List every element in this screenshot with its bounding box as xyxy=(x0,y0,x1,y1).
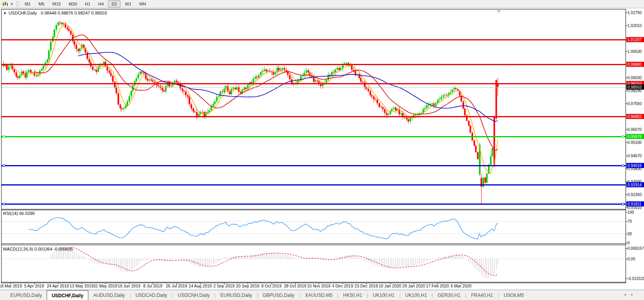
date-tick-label: 19 Jun 2019 xyxy=(118,284,140,288)
current-price-label: 0.98503 xyxy=(626,84,644,89)
chart-tab-usdcad-daily[interactable]: USDCAD,Daily xyxy=(131,290,172,300)
date-tick-label: 13 May 2019 xyxy=(70,284,94,288)
rsi-scale-label: 30 xyxy=(628,231,632,236)
date-tick-label: 8 Jul 2019 xyxy=(143,284,162,288)
line-price-label: 1.01207 xyxy=(626,37,644,42)
chart-type-dropdown-icon[interactable]: ▼ xyxy=(10,2,13,6)
tab-bar-corner xyxy=(0,290,5,300)
line-price-label: 0.95678 xyxy=(626,134,644,139)
rsi-scale-label: 70 xyxy=(628,219,632,224)
mt4-window: { "toolbar": { "timeframes": ["M1","M5",… xyxy=(0,0,644,300)
chart-tabs: EURUSD,DailyUSDCHF,DailyAUDUSD,Daily|USD… xyxy=(5,290,529,300)
chart-tab-uk100-h1[interactable]: UK100,H1 xyxy=(401,290,432,300)
date-tick-label: 28 Oct 2019 xyxy=(284,284,306,288)
chart-tab-audusd-daily[interactable]: AUDUSD,Daily xyxy=(88,290,130,300)
macd-scale-label: -0.011531 xyxy=(628,276,644,281)
tab-scroll-arrows[interactable]: ◂▸ xyxy=(624,293,639,296)
line-price-label: 0.91811 xyxy=(626,202,644,207)
timeframe-buttons: M1M5M15M30H1H4D1W1MN xyxy=(21,2,150,6)
date-tick-label: 6 Mar 2020 xyxy=(451,284,472,288)
timeframe-button-h1[interactable]: H1 xyxy=(81,0,94,7)
macd-indicator-label: MACD(12,26,9) 0.001364 -0.005635 xyxy=(3,247,73,251)
rsi-scale-label: 0 xyxy=(628,241,630,245)
chart-tab-eurusd-daily[interactable]: EURUSD,Daily xyxy=(5,290,47,300)
price-tick-label: 0.94570 xyxy=(628,154,642,158)
price-tick-label: 0.97550 xyxy=(628,102,642,106)
chart-tab-gbpusd-daily[interactable]: GBPUSD,Daily xyxy=(258,290,299,300)
tab-scroll-left-icon[interactable]: ◂ xyxy=(624,293,631,296)
rsi-indicator-label: RSI(14) 66.0286 xyxy=(3,211,35,216)
timeframe-button-m15[interactable]: M15 xyxy=(49,0,64,7)
line-price-label: 0.94016 xyxy=(626,163,644,168)
chart-tab-xauusd-m5[interactable]: XAUUSD,M5 xyxy=(300,290,337,300)
date-tick-label: 26 Jul 2019 xyxy=(166,284,187,288)
date-tick-label: 10 Jan 2020 xyxy=(379,284,401,288)
chart-title: ▼USDCHF,Daily0.98448 0.98876 0.98247 0.9… xyxy=(3,11,107,15)
timeframe-toolbar: ▼ M1M5M15M30H1H4D1W1MN xyxy=(0,0,644,8)
chart-tab-usoil-m5[interactable]: USOil,M5 xyxy=(499,290,528,300)
chart-tab-usdcnh-daily[interactable]: USDCNH,Daily xyxy=(173,290,214,300)
date-tick-label: 24 Apr 2019 xyxy=(47,284,69,288)
date-tick-label: 23 Dec 2019 xyxy=(355,284,378,288)
date-tick-label: 31 May 2019 xyxy=(93,284,117,288)
date-tick-label: 5 Apr 2019 xyxy=(24,284,44,288)
timeframe-button-mn[interactable]: MN xyxy=(136,0,150,7)
chart-ohlc-readout: 0.98448 0.98876 0.98247 0.98503 xyxy=(41,11,107,15)
price-chart-canvas[interactable] xyxy=(0,0,644,300)
chart-tab-fra40-h1[interactable]: FRA40,H1 xyxy=(466,290,498,300)
date-tick-label: 15 Nov 2019 xyxy=(307,284,331,288)
chart-title-collapse-icon[interactable]: ▼ xyxy=(3,11,7,15)
timeframe-button-h4[interactable]: H4 xyxy=(95,0,107,7)
timeframe-button-m1[interactable]: M1 xyxy=(21,0,34,7)
tab-scroll-right-icon[interactable]: ▸ xyxy=(631,293,639,296)
line-price-label: 0.92914 xyxy=(626,182,644,187)
price-tick-label: 0.96070 xyxy=(628,127,642,132)
chart-tab-ger30-h1[interactable]: GER30,H1 xyxy=(433,290,465,300)
rsi-scale-label: 100 xyxy=(628,210,634,215)
chart-symbol-label: USDCHF,Daily xyxy=(9,11,37,15)
date-tick-label: 2 Sep 2019 xyxy=(213,284,235,288)
date-tick-label: 14 Aug 2019 xyxy=(189,284,212,288)
price-tick-label: 1.02750 xyxy=(628,11,642,15)
timeframe-button-w1[interactable]: W1 xyxy=(121,0,135,7)
timeframe-button-d1[interactable]: D1 xyxy=(108,0,120,7)
chart-tab-eurusd-daily[interactable]: EURUSD,Daily xyxy=(215,290,257,300)
timeframe-button-m5[interactable]: M5 xyxy=(35,0,48,7)
line-price-label: 0.96803 xyxy=(626,114,644,119)
chart-tab-bar: EURUSD,DailyUSDCHF,DailyAUDUSD,Daily|USD… xyxy=(0,290,644,300)
timeframe-button-m30[interactable]: M30 xyxy=(65,0,80,7)
date-tick-label: 20 Sep 2019 xyxy=(236,284,259,288)
macd-scale-label: 0.00 xyxy=(628,257,635,261)
price-tick-label: 0.95330 xyxy=(628,140,642,145)
line-price-label: 0.99800 xyxy=(626,62,644,67)
date-tick-label: 18 Mar 2019 xyxy=(0,284,22,288)
macd-scale-label: 0.006167 xyxy=(628,246,644,251)
price-tick-label: 0.92350 xyxy=(628,193,642,197)
date-tick-label: 9 Oct 2019 xyxy=(261,284,281,288)
date-tick-label: 4 Dec 2019 xyxy=(332,284,353,288)
chart-tab-hk50-h1[interactable]: HK50,H1 xyxy=(338,290,367,300)
date-tick-label: 17 Feb 2020 xyxy=(426,284,449,288)
date-tick-label: 29 Jan 2020 xyxy=(402,284,425,288)
toolbar-grip xyxy=(16,1,18,7)
price-tick-label: 1.02010 xyxy=(628,24,642,28)
chart-tab-uk100-h1[interactable]: UK100,H1 xyxy=(368,290,399,300)
chart-type-icon[interactable] xyxy=(1,1,9,7)
price-tick-label: 1.00530 xyxy=(628,49,642,54)
price-tick-label: 0.99030 xyxy=(628,76,642,80)
chart-tab-usdchf-daily[interactable]: USDCHF,Daily xyxy=(47,290,89,300)
